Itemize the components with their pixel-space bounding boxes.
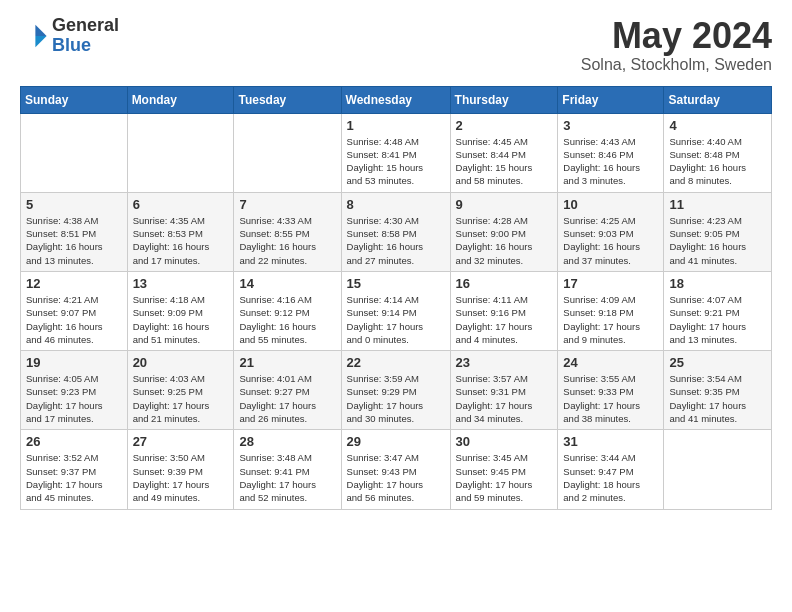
day-info: Sunrise: 4:38 AM Sunset: 8:51 PM Dayligh… (26, 214, 122, 267)
day-number: 23 (456, 355, 553, 370)
day-info: Sunrise: 3:55 AM Sunset: 9:33 PM Dayligh… (563, 372, 658, 425)
day-number: 18 (669, 276, 766, 291)
day-number: 1 (347, 118, 445, 133)
day-info: Sunrise: 4:14 AM Sunset: 9:14 PM Dayligh… (347, 293, 445, 346)
day-info: Sunrise: 4:28 AM Sunset: 9:00 PM Dayligh… (456, 214, 553, 267)
logo-icon (20, 22, 48, 50)
calendar-cell: 8Sunrise: 4:30 AM Sunset: 8:58 PM Daylig… (341, 192, 450, 271)
weekday-header: Thursday (450, 86, 558, 113)
calendar-week-row: 1Sunrise: 4:48 AM Sunset: 8:41 PM Daylig… (21, 113, 772, 192)
day-info: Sunrise: 4:25 AM Sunset: 9:03 PM Dayligh… (563, 214, 658, 267)
calendar-week-row: 5Sunrise: 4:38 AM Sunset: 8:51 PM Daylig… (21, 192, 772, 271)
weekday-header: Monday (127, 86, 234, 113)
calendar-table: SundayMondayTuesdayWednesdayThursdayFrid… (20, 86, 772, 510)
day-number: 26 (26, 434, 122, 449)
day-info: Sunrise: 4:05 AM Sunset: 9:23 PM Dayligh… (26, 372, 122, 425)
day-number: 6 (133, 197, 229, 212)
weekday-header: Tuesday (234, 86, 341, 113)
calendar-cell: 13Sunrise: 4:18 AM Sunset: 9:09 PM Dayli… (127, 271, 234, 350)
day-number: 17 (563, 276, 658, 291)
calendar-cell: 26Sunrise: 3:52 AM Sunset: 9:37 PM Dayli… (21, 430, 128, 509)
calendar-cell: 20Sunrise: 4:03 AM Sunset: 9:25 PM Dayli… (127, 351, 234, 430)
day-info: Sunrise: 4:40 AM Sunset: 8:48 PM Dayligh… (669, 135, 766, 188)
calendar-cell: 11Sunrise: 4:23 AM Sunset: 9:05 PM Dayli… (664, 192, 772, 271)
day-info: Sunrise: 4:35 AM Sunset: 8:53 PM Dayligh… (133, 214, 229, 267)
day-info: Sunrise: 4:48 AM Sunset: 8:41 PM Dayligh… (347, 135, 445, 188)
day-info: Sunrise: 3:50 AM Sunset: 9:39 PM Dayligh… (133, 451, 229, 504)
page: General Blue May 2024 Solna, Stockholm, … (0, 0, 792, 530)
day-info: Sunrise: 4:21 AM Sunset: 9:07 PM Dayligh… (26, 293, 122, 346)
day-number: 21 (239, 355, 335, 370)
calendar-cell: 15Sunrise: 4:14 AM Sunset: 9:14 PM Dayli… (341, 271, 450, 350)
calendar-cell: 19Sunrise: 4:05 AM Sunset: 9:23 PM Dayli… (21, 351, 128, 430)
calendar-cell: 23Sunrise: 3:57 AM Sunset: 9:31 PM Dayli… (450, 351, 558, 430)
logo: General Blue (20, 16, 119, 56)
day-number: 20 (133, 355, 229, 370)
calendar-cell: 14Sunrise: 4:16 AM Sunset: 9:12 PM Dayli… (234, 271, 341, 350)
location-title: Solna, Stockholm, Sweden (581, 56, 772, 74)
calendar-cell: 21Sunrise: 4:01 AM Sunset: 9:27 PM Dayli… (234, 351, 341, 430)
weekday-header: Sunday (21, 86, 128, 113)
calendar-cell: 28Sunrise: 3:48 AM Sunset: 9:41 PM Dayli… (234, 430, 341, 509)
calendar-cell: 7Sunrise: 4:33 AM Sunset: 8:55 PM Daylig… (234, 192, 341, 271)
day-info: Sunrise: 4:09 AM Sunset: 9:18 PM Dayligh… (563, 293, 658, 346)
day-info: Sunrise: 3:45 AM Sunset: 9:45 PM Dayligh… (456, 451, 553, 504)
calendar-cell: 9Sunrise: 4:28 AM Sunset: 9:00 PM Daylig… (450, 192, 558, 271)
day-number: 12 (26, 276, 122, 291)
day-number: 19 (26, 355, 122, 370)
day-info: Sunrise: 4:23 AM Sunset: 9:05 PM Dayligh… (669, 214, 766, 267)
day-number: 22 (347, 355, 445, 370)
day-info: Sunrise: 3:44 AM Sunset: 9:47 PM Dayligh… (563, 451, 658, 504)
logo-text: General Blue (52, 16, 119, 56)
svg-marker-0 (35, 25, 46, 36)
day-info: Sunrise: 4:16 AM Sunset: 9:12 PM Dayligh… (239, 293, 335, 346)
calendar-cell: 5Sunrise: 4:38 AM Sunset: 8:51 PM Daylig… (21, 192, 128, 271)
day-info: Sunrise: 4:03 AM Sunset: 9:25 PM Dayligh… (133, 372, 229, 425)
calendar-cell: 1Sunrise: 4:48 AM Sunset: 8:41 PM Daylig… (341, 113, 450, 192)
calendar-week-row: 12Sunrise: 4:21 AM Sunset: 9:07 PM Dayli… (21, 271, 772, 350)
weekday-header-row: SundayMondayTuesdayWednesdayThursdayFrid… (21, 86, 772, 113)
day-number: 2 (456, 118, 553, 133)
logo-general: General (52, 16, 119, 36)
calendar-cell: 3Sunrise: 4:43 AM Sunset: 8:46 PM Daylig… (558, 113, 664, 192)
day-info: Sunrise: 4:18 AM Sunset: 9:09 PM Dayligh… (133, 293, 229, 346)
day-info: Sunrise: 4:01 AM Sunset: 9:27 PM Dayligh… (239, 372, 335, 425)
weekday-header: Saturday (664, 86, 772, 113)
day-number: 27 (133, 434, 229, 449)
calendar-cell: 12Sunrise: 4:21 AM Sunset: 9:07 PM Dayli… (21, 271, 128, 350)
calendar-cell (664, 430, 772, 509)
day-number: 7 (239, 197, 335, 212)
calendar-cell (21, 113, 128, 192)
day-number: 29 (347, 434, 445, 449)
day-number: 5 (26, 197, 122, 212)
calendar-cell: 29Sunrise: 3:47 AM Sunset: 9:43 PM Dayli… (341, 430, 450, 509)
day-number: 3 (563, 118, 658, 133)
day-info: Sunrise: 3:52 AM Sunset: 9:37 PM Dayligh… (26, 451, 122, 504)
day-number: 10 (563, 197, 658, 212)
calendar-cell: 27Sunrise: 3:50 AM Sunset: 9:39 PM Dayli… (127, 430, 234, 509)
calendar-week-row: 26Sunrise: 3:52 AM Sunset: 9:37 PM Dayli… (21, 430, 772, 509)
day-number: 8 (347, 197, 445, 212)
calendar-week-row: 19Sunrise: 4:05 AM Sunset: 9:23 PM Dayli… (21, 351, 772, 430)
calendar-cell: 2Sunrise: 4:45 AM Sunset: 8:44 PM Daylig… (450, 113, 558, 192)
day-info: Sunrise: 3:57 AM Sunset: 9:31 PM Dayligh… (456, 372, 553, 425)
calendar-cell: 17Sunrise: 4:09 AM Sunset: 9:18 PM Dayli… (558, 271, 664, 350)
day-number: 9 (456, 197, 553, 212)
calendar-cell: 30Sunrise: 3:45 AM Sunset: 9:45 PM Dayli… (450, 430, 558, 509)
day-info: Sunrise: 3:54 AM Sunset: 9:35 PM Dayligh… (669, 372, 766, 425)
calendar-cell: 4Sunrise: 4:40 AM Sunset: 8:48 PM Daylig… (664, 113, 772, 192)
calendar-cell: 10Sunrise: 4:25 AM Sunset: 9:03 PM Dayli… (558, 192, 664, 271)
day-number: 14 (239, 276, 335, 291)
weekday-header: Friday (558, 86, 664, 113)
day-number: 25 (669, 355, 766, 370)
day-info: Sunrise: 4:07 AM Sunset: 9:21 PM Dayligh… (669, 293, 766, 346)
title-block: May 2024 Solna, Stockholm, Sweden (581, 16, 772, 74)
calendar-cell: 18Sunrise: 4:07 AM Sunset: 9:21 PM Dayli… (664, 271, 772, 350)
day-info: Sunrise: 4:43 AM Sunset: 8:46 PM Dayligh… (563, 135, 658, 188)
day-info: Sunrise: 4:30 AM Sunset: 8:58 PM Dayligh… (347, 214, 445, 267)
logo-blue: Blue (52, 36, 119, 56)
day-info: Sunrise: 4:45 AM Sunset: 8:44 PM Dayligh… (456, 135, 553, 188)
svg-marker-1 (35, 36, 46, 47)
calendar-cell: 16Sunrise: 4:11 AM Sunset: 9:16 PM Dayli… (450, 271, 558, 350)
calendar-cell: 25Sunrise: 3:54 AM Sunset: 9:35 PM Dayli… (664, 351, 772, 430)
